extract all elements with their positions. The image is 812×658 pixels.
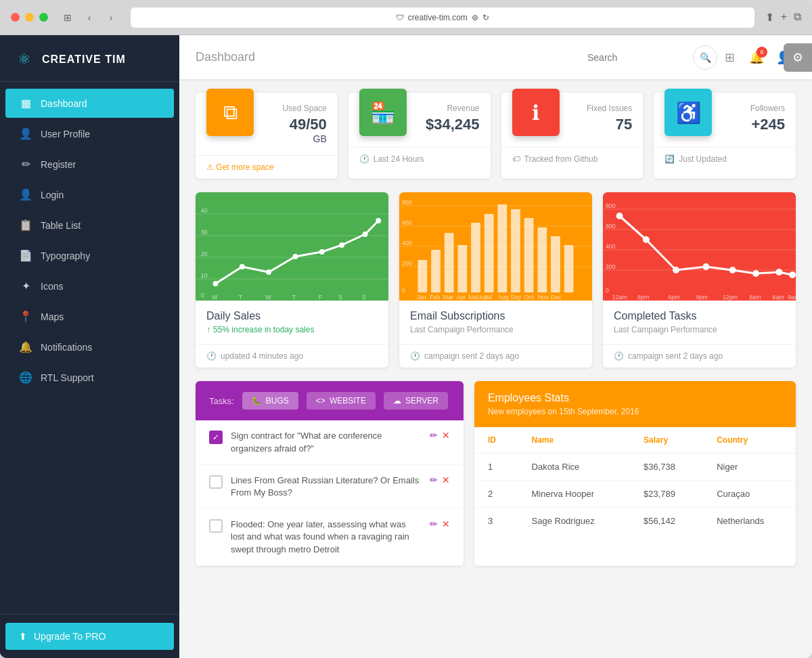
sidebar-item-notifications[interactable]: 🔔 Notifications: [5, 332, 174, 361]
back-icon[interactable]: ‹: [81, 11, 98, 24]
svg-rect-43: [551, 236, 560, 292]
svg-text:Mar: Mar: [443, 294, 453, 301]
upgrade-button[interactable]: ⬆ Upgrade To PRO: [5, 623, 174, 650]
task-text-2: Lines From Great Russian Literature? Or …: [231, 475, 422, 499]
stat-footer-used-space: ⚠ Get more space: [196, 155, 338, 179]
svg-text:400: 400: [606, 243, 616, 250]
sidebar-item-table-list[interactable]: 📋 Table List: [5, 211, 174, 240]
stat-footer-text-fixed-issues: Tracked from Github: [524, 154, 598, 164]
stat-footer-followers: 🔄 Just Updated: [654, 147, 796, 171]
svg-text:9pm: 9pm: [696, 294, 708, 301]
notification-badge: 6: [757, 47, 767, 58]
stat-value-fixed-issues: 75: [570, 116, 633, 133]
chart-subtitle-text: 55% increase in today sales: [213, 325, 314, 334]
stat-footer-text-revenue: Last 24 Hours: [374, 154, 424, 164]
sidebar-item-dashboard[interactable]: ▦ Dashboard: [5, 89, 174, 118]
sidebar: ⚛ CREATIVE TIM ▦ Dashboard 👤 User Profil…: [0, 35, 179, 658]
task-edit-1[interactable]: ✏: [430, 430, 438, 441]
task-tab-website[interactable]: <> WEBSITE: [307, 392, 376, 410]
svg-text:12pm: 12pm: [723, 294, 738, 301]
nav-label-rtl-support: RTL Support: [41, 372, 94, 383]
stat-footer-revenue: 🕐 Last 24 Hours: [348, 147, 491, 171]
employee-country-3: Netherlands: [703, 508, 796, 535]
sidebar-item-maps[interactable]: 📍 Maps: [5, 302, 174, 331]
dot-minimize[interactable]: [25, 13, 34, 22]
sidebar-item-user-profile[interactable]: 👤 User Profile: [5, 119, 174, 148]
forward-icon[interactable]: ›: [102, 11, 120, 24]
chart-card-daily-sales: 40 30 20 10 0: [196, 192, 388, 368]
nav-label-icons: Icons: [41, 281, 63, 292]
svg-text:8pm: 8pm: [637, 294, 649, 301]
task-checkbox-1[interactable]: ✓: [209, 431, 223, 444]
task-tab-bugs[interactable]: 🐛 BUGS: [242, 392, 298, 410]
employee-salary-1: $36,738: [630, 454, 703, 481]
page-title: Dashboard: [196, 50, 587, 64]
svg-text:0: 0: [606, 287, 609, 294]
svg-text:6pm: 6pm: [668, 294, 679, 301]
sidebar-item-login[interactable]: 👤 Login: [5, 180, 174, 209]
nav-label-register: Register: [41, 159, 76, 170]
employee-row-1: 1 Dakota Rice $36,738 Niger: [474, 454, 796, 481]
get-more-space-link[interactable]: ⚠ Get more space: [206, 162, 274, 172]
search-icon: 🔍: [700, 52, 711, 63]
refresh-icon[interactable]: ↻: [482, 13, 489, 22]
svg-text:600: 600: [606, 223, 616, 229]
nav-icon-table-list: 📋: [19, 219, 32, 232]
chart-footer-text-daily-sales: updated 4 minutes ago: [221, 351, 303, 361]
stat-value-followers: +245: [723, 116, 785, 133]
sidebar-toggle-icon[interactable]: ⊞: [59, 11, 76, 24]
svg-text:9am: 9am: [788, 294, 796, 301]
svg-rect-40: [511, 209, 520, 292]
grid-view-button[interactable]: ⊞: [717, 45, 742, 70]
sidebar-item-typography[interactable]: 📄 Typography: [5, 241, 174, 270]
svg-rect-38: [484, 214, 494, 292]
task-delete-2[interactable]: ✕: [442, 475, 450, 485]
new-tab-icon[interactable]: +: [781, 11, 787, 24]
svg-text:Apr: Apr: [457, 294, 466, 301]
svg-text:800: 800: [606, 202, 616, 209]
task-edit-3[interactable]: ✏: [430, 519, 438, 529]
col-header-country: Country: [703, 427, 796, 454]
task-delete-1[interactable]: ✕: [442, 430, 450, 441]
address-bar[interactable]: 🛡 creative-tim.com ⊛ ↻: [131, 7, 754, 28]
nav-label-typography: Typography: [41, 250, 90, 261]
task-tab-server-label: SERVER: [405, 396, 438, 405]
svg-rect-42: [537, 227, 547, 292]
employees-card: Employees Stats New employees on 15th Se…: [474, 381, 796, 565]
chart-area-email-subscriptions: 800 600 400 200 0: [399, 192, 592, 301]
svg-point-70: [752, 270, 759, 277]
sidebar-item-icons[interactable]: ✦ Icons: [5, 271, 174, 301]
nav-label-login: Login: [41, 190, 64, 200]
stat-footer-text-followers: Just Updated: [679, 154, 727, 164]
svg-text:Jan: Jan: [417, 294, 426, 301]
notifications-button[interactable]: 🔔 6: [744, 45, 769, 70]
sidebar-item-register[interactable]: ✏ Register: [5, 150, 174, 179]
stat-footer-fixed-issues: 🏷 Tracked from Github: [501, 147, 644, 171]
sidebar-item-rtl-support[interactable]: 🌐 RTL Support: [5, 363, 174, 392]
task-actions-2: ✏ ✕: [430, 475, 450, 485]
windows-icon[interactable]: ⧉: [794, 11, 801, 24]
dot-close[interactable]: [11, 13, 20, 22]
svg-text:400: 400: [402, 240, 412, 246]
nav-label-notifications: Notifications: [41, 342, 92, 353]
task-checkbox-3[interactable]: [209, 519, 223, 533]
share-icon[interactable]: ⬆: [765, 11, 774, 24]
chart-area-daily-sales: 40 30 20 10 0: [196, 192, 388, 301]
svg-text:Nov: Nov: [537, 294, 548, 301]
svg-text:S: S: [362, 294, 366, 301]
dot-maximize[interactable]: [39, 13, 48, 22]
stat-label-revenue: Revenue: [418, 104, 480, 113]
task-checkbox-2[interactable]: [209, 475, 223, 489]
chart-footer-daily-sales: 🕐 updated 4 minutes ago: [196, 344, 388, 368]
task-edit-2[interactable]: ✏: [430, 475, 438, 485]
svg-text:Dec: Dec: [551, 294, 562, 301]
search-button[interactable]: 🔍: [693, 45, 717, 70]
task-delete-3[interactable]: ✕: [442, 519, 450, 529]
stat-value-used-space: 49/50: [265, 116, 327, 133]
arrow-up-icon: ↑: [206, 325, 210, 334]
sidebar-content: ⚛ CREATIVE TIM ▦ Dashboard 👤 User Profil…: [0, 35, 179, 658]
settings-float-button[interactable]: ⚙: [784, 43, 812, 72]
task-tab-server[interactable]: ☁ SERVER: [384, 392, 448, 410]
search-input[interactable]: [587, 52, 682, 63]
svg-point-16: [376, 218, 381, 223]
